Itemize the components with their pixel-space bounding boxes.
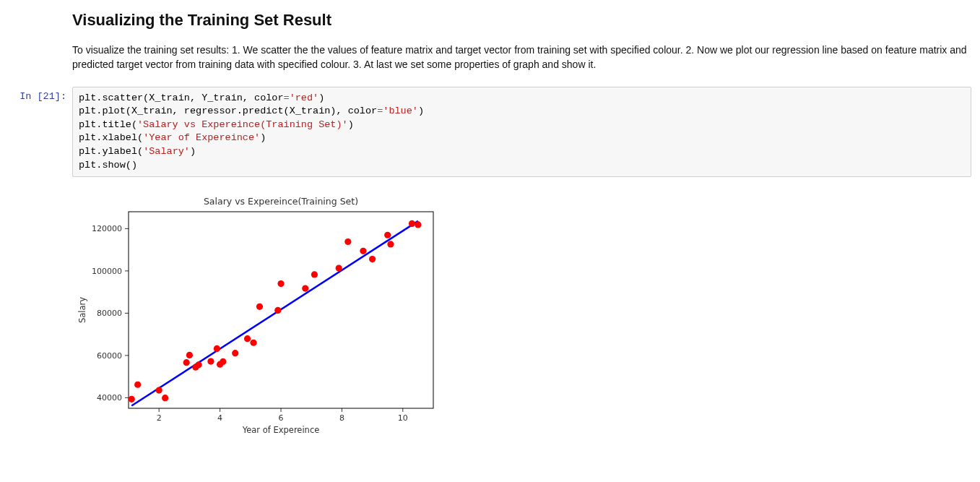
y-tick-label: 40000	[97, 394, 122, 403]
scatter-point	[207, 358, 214, 365]
scatter-point	[134, 382, 141, 388]
markdown-cell: Visualizing the Training Set Result To v…	[0, 0, 980, 83]
code-cell-prompt: In [21]:	[0, 87, 72, 178]
markdown-prompt	[0, 4, 72, 79]
training-chart: Salary vs Expereince(Training Set)246810…	[72, 191, 441, 437]
scatter-point	[277, 280, 284, 287]
x-tick-label: 2	[157, 413, 162, 423]
scatter-point	[256, 304, 263, 310]
x-tick-label: 10	[398, 413, 408, 423]
scatter-point	[311, 272, 318, 278]
scatter-point	[302, 285, 308, 292]
y-tick-label: 100000	[92, 267, 122, 276]
scatter-point	[232, 350, 238, 356]
scatter-point	[214, 345, 220, 352]
scatter-point	[369, 256, 376, 262]
output-prompt	[0, 184, 72, 437]
scatter-point	[195, 361, 201, 368]
scatter-point	[360, 248, 366, 254]
scatter-point	[336, 265, 342, 272]
scatter-point	[415, 222, 421, 228]
scatter-point	[387, 241, 394, 248]
scatter-point	[344, 238, 351, 245]
scatter-point	[409, 220, 415, 227]
scatter-point	[274, 307, 281, 314]
scatter-point	[244, 335, 251, 342]
scatter-point	[220, 358, 226, 365]
y-axis-label: Salary	[77, 297, 87, 323]
x-tick-label: 6	[279, 413, 284, 423]
scatter-point	[186, 352, 193, 358]
x-tick-label: 8	[339, 413, 344, 423]
code-block[interactable]: plt.scatter(X_train, Y_train, color='red…	[72, 87, 971, 178]
output-cell: Salary vs Expereince(Training Set)246810…	[0, 181, 980, 441]
scatter-point	[384, 232, 391, 238]
regression-line	[131, 221, 418, 406]
markdown-content: Visualizing the Training Set Result To v…	[72, 4, 980, 79]
chart-title: Salary vs Expereince(Training Set)	[204, 196, 358, 207]
y-tick-label: 60000	[97, 351, 122, 361]
scatter-point	[129, 396, 135, 403]
markdown-paragraph: To visualize the training set results: 1…	[72, 43, 971, 72]
x-axis-label: Year of Expereince	[242, 425, 320, 435]
scatter-point	[250, 340, 256, 346]
scatter-point	[162, 395, 168, 401]
y-tick-label: 80000	[97, 309, 122, 319]
scatter-point	[156, 387, 162, 394]
y-tick-label: 120000	[92, 225, 122, 234]
x-tick-label: 4	[217, 413, 222, 423]
code-cell: In [21]: plt.scatter(X_train, Y_train, c…	[0, 83, 980, 181]
scatter-point	[183, 359, 190, 366]
chart-output: Salary vs Expereince(Training Set)246810…	[72, 184, 980, 437]
markdown-heading: Visualizing the Training Set Result	[72, 11, 971, 30]
code-cell-content: plt.scatter(X_train, Y_train, color='red…	[72, 87, 980, 178]
